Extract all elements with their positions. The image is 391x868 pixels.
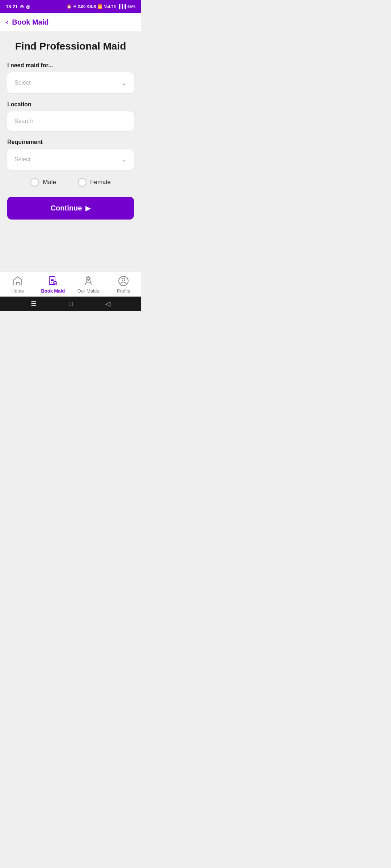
wifi-icon: ◎ xyxy=(26,4,30,9)
requirement-select[interactable]: Select ⌄ xyxy=(7,149,134,170)
male-label: Male xyxy=(43,179,56,186)
bluetooth-icon: ✳ xyxy=(73,4,76,9)
male-radio[interactable]: Male xyxy=(30,178,56,187)
nav-label-profile: Profile xyxy=(117,288,130,294)
header-title: Book Maid xyxy=(12,18,49,26)
system-nav: ☰ □ ◁ xyxy=(0,297,141,311)
requirement-label: Requirement xyxy=(7,139,134,145)
back-system-button[interactable]: ◁ xyxy=(105,300,110,308)
battery: 65% xyxy=(127,4,135,9)
time: 18:21 xyxy=(6,4,18,9)
home-system-button[interactable]: □ xyxy=(69,300,73,308)
nav-item-home[interactable]: Home xyxy=(5,275,30,294)
service-field-group: I need maid for... Select ⌄ xyxy=(7,62,134,93)
chevron-down-icon: ⌄ xyxy=(121,79,127,87)
female-radio[interactable]: Female xyxy=(78,178,111,187)
chevron-down-icon-2: ⌄ xyxy=(121,156,127,163)
back-button[interactable]: ‹ xyxy=(6,18,8,26)
signal-bars: ▐▐▐ xyxy=(118,4,126,9)
status-right: ⏰ ✳ 2.00 KB/S 📶 VoLTE ▐▐▐ 65% xyxy=(67,4,135,9)
location-field-group: Location xyxy=(7,101,134,131)
nav-label-home: Home xyxy=(11,288,24,294)
bottom-nav: Home Book Maid Our Maids xyxy=(0,271,141,297)
nav-item-book-maid[interactable]: Book Maid xyxy=(40,275,66,294)
requirement-placeholder: Select xyxy=(14,156,30,163)
nav-label-our-maids: Our Maids xyxy=(77,288,99,294)
service-label: I need maid for... xyxy=(7,62,134,69)
gender-radio-group: Male Female xyxy=(7,178,134,187)
main-content: Find Professional Maid I need maid for..… xyxy=(0,32,141,271)
location-input[interactable] xyxy=(7,111,134,131)
nav-item-profile[interactable]: Profile xyxy=(111,275,136,294)
female-radio-circle xyxy=(78,178,87,187)
menu-button[interactable]: ☰ xyxy=(31,300,37,308)
female-label: Female xyxy=(90,179,111,186)
svg-point-8 xyxy=(87,277,90,280)
volte-icon: VoLTE xyxy=(104,4,116,9)
svg-point-10 xyxy=(122,278,125,281)
male-radio-circle xyxy=(30,178,39,187)
status-left: 18:21 ⊕ ◎ xyxy=(6,4,30,9)
header: ‹ Book Maid xyxy=(0,13,141,32)
page-title: Find Professional Maid xyxy=(7,41,134,52)
whatsapp-icon: ⊕ xyxy=(20,4,24,9)
continue-button[interactable]: Continue ▶ xyxy=(7,197,134,220)
status-bar: 18:21 ⊕ ◎ ⏰ ✳ 2.00 KB/S 📶 VoLTE ▐▐▐ 65% xyxy=(0,0,141,13)
location-label: Location xyxy=(7,101,134,108)
data-speed: 2.00 KB/S xyxy=(78,4,96,9)
service-placeholder: Select xyxy=(14,80,30,86)
nav-label-book-maid: Book Maid xyxy=(41,288,65,294)
requirement-field-group: Requirement Select ⌄ xyxy=(7,139,134,170)
continue-label: Continue xyxy=(51,204,82,212)
continue-arrow-icon: ▶ xyxy=(85,204,91,212)
nav-item-our-maids[interactable]: Our Maids xyxy=(76,275,101,294)
wifi-signal-icon: 📶 xyxy=(97,4,102,9)
alarm-icon: ⏰ xyxy=(67,4,72,9)
service-select[interactable]: Select ⌄ xyxy=(7,72,134,93)
